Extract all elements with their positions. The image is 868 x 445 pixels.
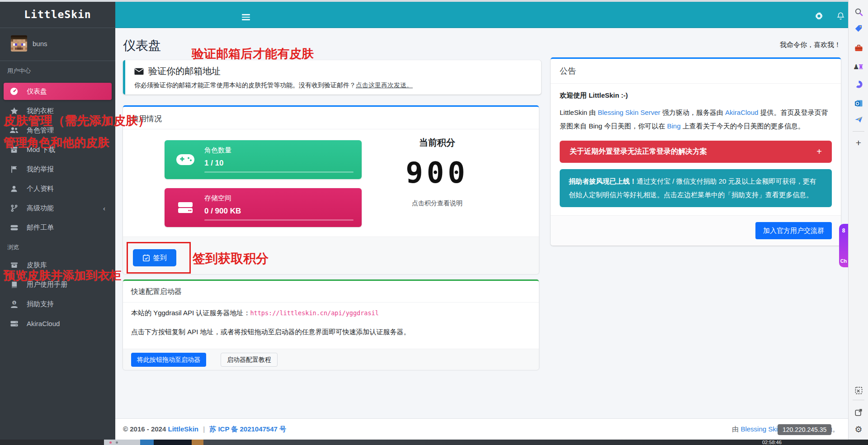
storage-label: 存储空间 — [204, 194, 231, 203]
annotation-sign-in: 签到获取积分 — [193, 250, 269, 267]
sidebar-item-advanced[interactable]: 高级功能 ‹ — [4, 199, 112, 217]
score-hint[interactable]: 点击积分查看说明 — [363, 199, 512, 208]
players-value: 1 / 10 — [204, 159, 224, 168]
sidebar-item-dashboard[interactable]: 仪表盘 — [4, 83, 112, 100]
icp-link[interactable]: 苏 ICP 备 2021047547 号 — [209, 425, 286, 433]
bell-icon[interactable] — [835, 11, 845, 21]
score-value[interactable]: 900 — [363, 156, 512, 189]
players-progress — [204, 171, 354, 173]
yggdrasil-api-url: https://littleskin.cn/api/yggdrasil — [250, 309, 378, 317]
littleskin-dashboard: LittleSkin buns 用户中心 仪表盘 我的衣柜 角色管理 — [0, 0, 868, 445]
footer-brand-link[interactable]: LittleSkin — [168, 425, 198, 433]
taskbar-dot — [116, 441, 118, 444]
search-icon[interactable] — [853, 6, 864, 17]
players-count-box[interactable]: 角色数量 1 / 10 — [165, 140, 362, 179]
add-icon[interactable]: + — [853, 137, 864, 148]
sidebar-item-donate[interactable]: $ 捐助支持 — [4, 295, 112, 312]
code-branch-icon — [9, 204, 19, 213]
expand-plus-icon[interactable]: + — [816, 147, 822, 157]
toolbox-icon[interactable] — [853, 43, 864, 53]
recording-clock: 02:58:46 — [762, 440, 782, 445]
sidebar-item-akiracloud[interactable]: AkiraCloud — [4, 315, 112, 332]
donor-cape-banner: 捐助者披风现已上线！通过支付宝 / 微信支付捐助 20 元及以上金额即可获得，更… — [560, 169, 832, 207]
flag-icon — [9, 165, 19, 174]
gear-icon[interactable] — [814, 11, 824, 21]
games-icon[interactable]: ♟♜ — [853, 62, 864, 72]
screenshot-icon[interactable] — [853, 385, 864, 396]
greeting-quote: 我命令你，喜欢我！ — [669, 41, 841, 49]
launcher-card: 快速配置启动器 本站的 Yggdrasil API 认证服务器地址：https:… — [123, 279, 539, 369]
storage-box[interactable]: 存储空间 0 / 900 KB — [165, 188, 362, 227]
mail-ticket-icon — [9, 223, 19, 232]
edge-divider — [853, 131, 864, 132]
chevron-left-icon: ‹ — [103, 204, 105, 212]
score-label: 当前积分 — [363, 137, 512, 149]
edge-divider — [853, 400, 864, 400]
donate-icon: $ — [9, 299, 19, 308]
microsoft-365-icon[interactable] — [853, 79, 864, 90]
taskbar-dot — [109, 441, 112, 444]
sidebar-user-panel[interactable]: buns — [0, 28, 115, 61]
join-group-button[interactable]: 加入官方用户交流群 — [755, 222, 832, 239]
players-label: 角色数量 — [204, 146, 231, 155]
resend-email-link[interactable]: 点击这里再次发送。 — [356, 81, 413, 89]
bing-link[interactable]: Bing — [667, 122, 681, 130]
top-navbar: A文 中文 (简体) buns — [115, 2, 848, 28]
outlook-icon[interactable] — [853, 98, 864, 109]
drag-to-launcher-button[interactable]: 将此按钮拖动至启动器 — [131, 353, 206, 367]
akiracloud-link[interactable]: AkiraCloud — [725, 109, 758, 116]
envelope-icon — [134, 68, 144, 75]
shopping-tag-icon[interactable] — [853, 23, 864, 34]
launcher-instructions: 点击下方按钮复制 API 地址，或者将按钮拖动至启动器的任意界面即可快速添加认证… — [131, 328, 410, 336]
blessing-skin-link[interactable]: Blessing Skin Server — [598, 109, 660, 116]
launcher-card-title: 快速配置启动器 — [131, 287, 182, 297]
storage-progress — [204, 219, 354, 221]
sidebar-item-mail-ticket[interactable]: 邮件工单 — [4, 219, 112, 236]
sidebar-section-user-center: 用户中心 — [7, 67, 31, 75]
sidebar-item-reports[interactable]: 我的举报 — [4, 161, 112, 178]
hdd-icon — [175, 198, 195, 217]
sidebar-username: buns — [33, 40, 47, 47]
yggdrasil-api-line: 本站的 Yggdrasil API 认证服务器地址：https://little… — [131, 309, 379, 317]
annotation-rectangle — [127, 242, 191, 274]
annotation-role-manage: 管理角色和他的皮肤 — [4, 135, 109, 151]
drop-plane-icon[interactable] — [853, 114, 864, 125]
chat-badge: 8 — [839, 227, 848, 234]
intro-paragraph: LittleSkin 由 Blessing Skin Server 强力驱动，服… — [560, 106, 832, 133]
score-column: 当前积分 900 点击积分查看说明 — [363, 137, 512, 208]
announcements-card: 公告 欢迎使用 LittleSkin :-) LittleSkin 由 Bles… — [551, 57, 841, 246]
email-verify-card: 验证你的邮箱地址 你必须验证你的邮箱才能正常使用本站的皮肤托管等功能。没有收到验… — [123, 60, 541, 95]
launcher-tutorial-button[interactable]: 启动器配置教程 — [221, 353, 278, 367]
annotation-skin-manage: 皮肤管理（需先添加皮肤） — [4, 113, 150, 129]
welcome-line: 欢迎使用 LittleSkin :-) — [560, 91, 832, 100]
user-icon — [9, 184, 19, 193]
status-bar-ip-tooltip: 120.220.245.35 — [778, 424, 831, 435]
sidebar-item-profile[interactable]: 个人资料 — [4, 180, 112, 197]
taskbar-strip: 02:58:46 — [0, 440, 868, 445]
announcements-body: 欢迎使用 LittleSkin :-) LittleSkin 由 Blessin… — [551, 84, 841, 215]
edge-sidebar: ♟♜ + ⚙ — [848, 0, 868, 445]
sidebar-section-browse: 浏览 — [7, 243, 19, 251]
annotation-skin-preview: 预览皮肤并添加到衣柜 — [4, 268, 121, 284]
announcements-title: 公告 — [551, 59, 841, 84]
email-verify-title: 验证你的邮箱地址 — [134, 65, 221, 77]
chat-widget[interactable]: 8 Ch — [839, 224, 848, 267]
open-in-browser-icon[interactable] — [853, 407, 864, 418]
copyright-line: © 2016 - 2024 LittleSkin | 苏 ICP 备 20210… — [123, 425, 286, 434]
user-avatar — [11, 35, 27, 52]
annotation-email: 验证邮箱后才能有皮肤 — [192, 46, 314, 62]
sidebar: LittleSkin buns 用户中心 仪表盘 我的衣柜 角色管理 — [0, 2, 115, 440]
announcements-footer: 加入官方用户交流群 — [551, 215, 841, 246]
email-verify-body: 你必须验证你的邮箱才能正常使用本站的皮肤托管等功能。没有收到验证邮件？点击这里再… — [134, 81, 413, 90]
menu-toggle-icon[interactable] — [242, 14, 250, 20]
page-footer: © 2016 - 2024 LittleSkin | 苏 ICP 备 20210… — [115, 418, 848, 440]
settings-icon[interactable]: ⚙ — [853, 424, 864, 435]
chat-label: Ch — [839, 258, 848, 264]
login-issue-banner[interactable]: 关于近期外置登录无法正常登录的解决方案 + — [560, 141, 832, 163]
server-icon — [9, 319, 19, 328]
svg-text:$: $ — [13, 301, 15, 304]
launcher-card-footer: 将此按钮拖动至启动器 启动器配置教程 — [123, 349, 539, 370]
gamepad-icon — [175, 150, 195, 169]
brand-logo[interactable]: LittleSkin — [0, 2, 115, 28]
page-title: 仪表盘 — [123, 37, 161, 54]
